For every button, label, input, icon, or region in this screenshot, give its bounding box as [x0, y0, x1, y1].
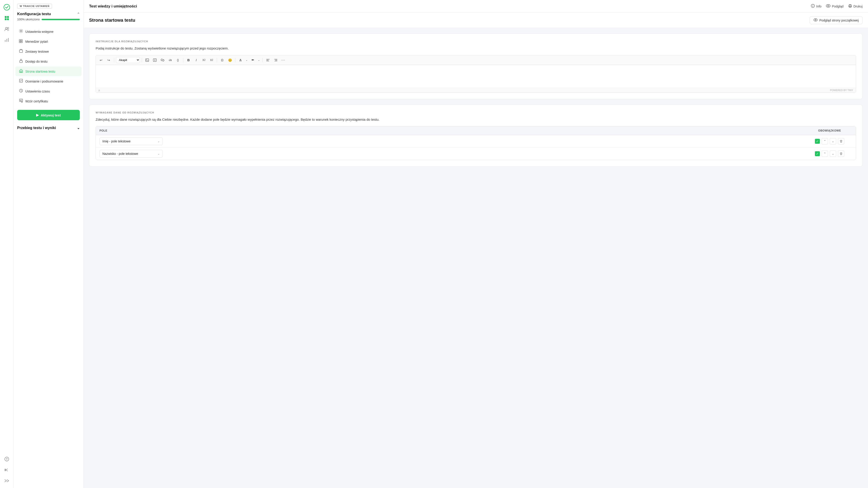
- italic-button[interactable]: I: [193, 57, 199, 63]
- toolbar-sep6: [262, 58, 263, 62]
- table-row: Nazwisko - pole tekstowe ⌄ ✓ ⌃ ⌄: [96, 148, 856, 160]
- editor-footer: p POWERED BY TINY: [96, 88, 856, 92]
- insert-link-button[interactable]: [159, 57, 166, 63]
- menu-label: Ustawienia wstępne: [25, 30, 54, 33]
- editor-body[interactable]: [96, 65, 856, 88]
- svg-rect-7: [5, 40, 6, 42]
- insert-video-button[interactable]: [151, 57, 158, 63]
- chevron-down-icon: ⌄: [158, 152, 160, 155]
- section2-title[interactable]: Przebieg testu i wyniki ⌄: [13, 124, 84, 132]
- logo-icon[interactable]: [2, 3, 11, 12]
- font-color-chevron[interactable]: ⌄: [245, 57, 248, 63]
- section1-chevron[interactable]: ⌃: [77, 12, 80, 16]
- menu-item-strona-startowa[interactable]: Strona startowa testu: [16, 66, 82, 76]
- undo-button[interactable]: ↩: [98, 57, 104, 63]
- font-color-button[interactable]: A: [237, 57, 244, 63]
- delete-row-2-button[interactable]: [838, 151, 844, 157]
- insert-image-button[interactable]: [144, 57, 151, 63]
- menu-list: Ustawienia wstępne Menedżer pytań Zestaw…: [13, 26, 84, 106]
- svg-rect-2: [7, 16, 9, 18]
- preview-button[interactable]: Podgląd: [826, 4, 843, 8]
- more-button[interactable]: ···: [280, 57, 287, 63]
- bold-button[interactable]: B: [185, 57, 192, 63]
- grade-icon: [19, 79, 23, 84]
- svg-rect-18: [20, 50, 23, 53]
- menu-item-menedzer-pytan[interactable]: Menedżer pytań: [16, 37, 82, 46]
- highlight-chevron[interactable]: ⌄: [257, 57, 260, 63]
- subscript-button[interactable]: X2: [200, 57, 207, 63]
- print-label: Drukuj: [854, 4, 863, 8]
- insert-code-button[interactable]: {}: [175, 57, 181, 63]
- progress-row: 100% ukończono: [17, 18, 80, 21]
- preview-start-page-button[interactable]: Podgląd strony początkowej: [810, 16, 863, 24]
- menu-item-certyfikat[interactable]: Wzór certyfikatu: [16, 96, 82, 106]
- nav-grid-icon[interactable]: [2, 13, 11, 23]
- info-button[interactable]: Info: [811, 4, 822, 9]
- align-left-button[interactable]: [265, 57, 271, 63]
- page-title: Strona startowa testu: [89, 18, 135, 23]
- status-badge: W TRAKCIE USTAWIEŃ: [17, 4, 52, 8]
- menu-label: Dostęp do testu: [25, 60, 48, 63]
- menu-label: Ustawienia czasu: [25, 90, 50, 93]
- menu-item-dostep[interactable]: Dostęp do testu: [16, 57, 82, 66]
- nav-users-icon[interactable]: [2, 24, 11, 33]
- svg-rect-12: [5, 469, 6, 471]
- move-up-button-1[interactable]: ⌃: [822, 138, 828, 145]
- settings-icon: [19, 29, 23, 34]
- chevron-down-icon: ⌄: [158, 140, 160, 143]
- paragraph-select[interactable]: Akapit Nagłówek 1 Nagłówek 2: [116, 57, 140, 63]
- certificate-icon: [19, 98, 23, 104]
- left-panel: W TRAKCIE USTAWIEŃ Konfiguracja testu ⌃ …: [13, 0, 84, 488]
- required-data-label: WYMAGANE DANE OD ROZWIĄZUJĄCYCH: [96, 111, 856, 114]
- checkbox-1[interactable]: ✓: [815, 139, 820, 144]
- nav-expand-icon[interactable]: [2, 476, 11, 485]
- page-title-bar: Strona startowa testu Podgląd strony poc…: [84, 13, 868, 28]
- svg-text:?: ?: [6, 457, 8, 461]
- nav-sidebar: ?: [0, 0, 13, 488]
- eye-icon: [826, 4, 831, 8]
- menu-item-zestawy-testowe[interactable]: Zestawy testowe: [16, 47, 82, 56]
- move-down-button-1[interactable]: ⌄: [830, 138, 836, 145]
- menu-item-czas[interactable]: Ustawienia czasu: [16, 86, 82, 96]
- nav-help-icon[interactable]: ?: [2, 455, 11, 464]
- emoji-button[interactable]: 😊: [226, 57, 233, 63]
- svg-rect-20: [20, 71, 22, 72]
- menu-label: Wzór certyfikatu: [25, 99, 48, 103]
- main-content: Test wiedzy i umiejętności Info Podgląd …: [84, 0, 868, 488]
- checkbox-2[interactable]: ✓: [815, 151, 820, 156]
- svg-rect-21: [20, 79, 23, 82]
- activate-test-button[interactable]: ▶ Aktywuj test: [17, 110, 80, 120]
- lock-icon: [19, 59, 23, 64]
- top-bar-actions: Info Podgląd Drukuj: [811, 4, 863, 9]
- nav-back-icon[interactable]: [2, 465, 11, 475]
- instructions-desc: Podaj instrukcje do testu. Zostaną wyświ…: [96, 46, 856, 51]
- align-right-button[interactable]: [272, 57, 279, 63]
- print-button[interactable]: Drukuj: [848, 4, 863, 9]
- content-area: INSTRUKCJE DLA ROZWIĄZUJĄCYCH Podaj inst…: [84, 28, 868, 177]
- insert-formula-button[interactable]: √x: [167, 57, 174, 63]
- svg-rect-4: [7, 18, 9, 20]
- menu-label: Strona startowa testu: [25, 70, 55, 73]
- redo-button[interactable]: ↪: [105, 57, 112, 63]
- highlight-button[interactable]: ✏: [249, 57, 256, 63]
- table-header: POLE OBOWIĄZKOWE: [96, 126, 856, 135]
- menu-label: Ocenianie i podsumowanie: [25, 80, 63, 83]
- superscript-button[interactable]: X2: [208, 57, 215, 63]
- omega-button[interactable]: Ω: [219, 57, 225, 63]
- move-down-button-2[interactable]: ⌄: [830, 151, 836, 157]
- field-select-2[interactable]: Nazwisko - pole tekstowe ⌄: [99, 150, 163, 157]
- menu-item-ustawienia-wstepne[interactable]: Ustawienia wstępne: [16, 27, 82, 36]
- field-label-2: Nazwisko - pole tekstowe: [102, 152, 138, 155]
- svg-point-26: [813, 5, 813, 5]
- section2-chevron: ⌄: [77, 126, 80, 130]
- menu-item-ocenianie[interactable]: Ocenianie i podsumowanie: [16, 77, 82, 86]
- delete-row-1-button[interactable]: [838, 138, 844, 145]
- top-bar: Test wiedzy i umiejętności Info Podgląd …: [84, 0, 868, 13]
- nav-analytics-icon[interactable]: [2, 35, 11, 44]
- info-icon: [811, 4, 815, 9]
- move-up-button-2[interactable]: ⌃: [822, 151, 828, 157]
- svg-point-0: [4, 4, 10, 10]
- play-icon: ▶: [36, 113, 39, 117]
- editor-wrapper: ↩ ↪ Akapit Nagłówek 1 Nagłówek 2: [96, 55, 856, 93]
- field-select-1[interactable]: Imię - pole tekstowe ⌄: [99, 138, 163, 145]
